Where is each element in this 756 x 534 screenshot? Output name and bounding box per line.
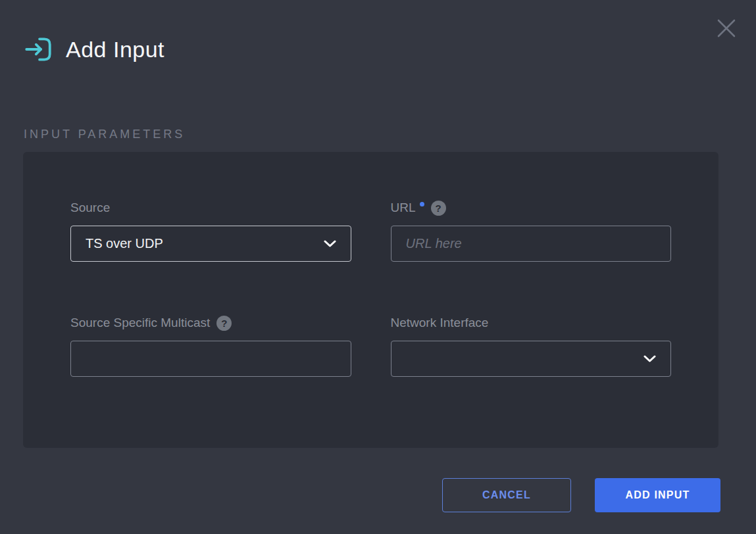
source-label: Source [70, 201, 110, 215]
add-input-button[interactable]: ADD INPUT [595, 478, 720, 512]
chevron-down-icon [643, 355, 656, 363]
ssm-label: Source Specific Multicast [70, 316, 210, 330]
url-help-icon[interactable]: ? [431, 201, 446, 216]
network-interface-label: Network Interface [391, 316, 489, 330]
required-dot-icon [420, 202, 424, 206]
input-parameters-panel: Source TS over UDP URL ? [23, 152, 718, 448]
field-network-interface: Network Interface [391, 314, 672, 377]
close-button[interactable] [713, 14, 740, 42]
cancel-button[interactable]: CANCEL [442, 478, 571, 512]
field-source-specific-multicast: Source Specific Multicast ? [70, 314, 351, 377]
field-url: URL ? [391, 199, 672, 262]
ssm-help-icon[interactable]: ? [216, 316, 232, 331]
url-input[interactable] [391, 226, 672, 262]
url-label: URL [391, 201, 416, 215]
section-title: INPUT PARAMETERS [24, 128, 185, 141]
sign-in-arrow-icon [24, 34, 54, 64]
source-select[interactable]: TS over UDP [70, 226, 351, 262]
modal-footer: CANCEL ADD INPUT [442, 478, 720, 512]
field-source: Source TS over UDP [70, 199, 351, 262]
source-select-value: TS over UDP [86, 236, 163, 251]
chevron-down-icon [324, 240, 336, 248]
ssm-input[interactable] [70, 341, 351, 377]
page-title: Add Input [66, 37, 164, 62]
close-icon [715, 17, 738, 39]
modal-header: Add Input [24, 34, 164, 64]
network-interface-select[interactable] [391, 341, 672, 377]
